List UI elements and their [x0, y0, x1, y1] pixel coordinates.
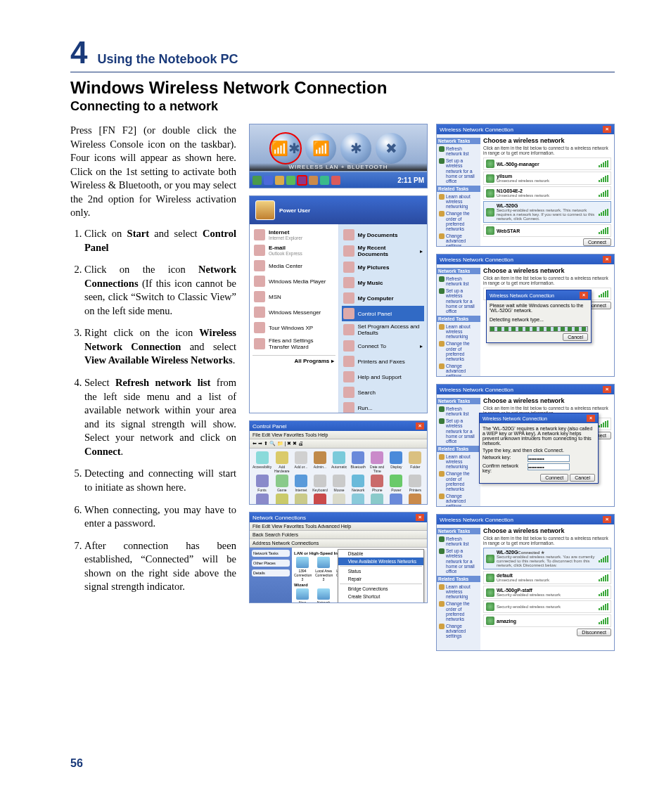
close-icon[interactable]: × — [580, 292, 588, 299]
task-link[interactable]: Refresh network list — [439, 536, 478, 546]
task-link[interactable]: Change advanced settings — [439, 494, 478, 507]
control-panel-item[interactable]: Sounds — [331, 494, 348, 505]
start-menu-item[interactable]: Help and Support — [342, 369, 425, 385]
all-programs[interactable]: All Programs ▸ — [253, 355, 336, 366]
start-menu-item[interactable]: Windows Messenger — [253, 304, 336, 320]
close-icon[interactable]: × — [603, 256, 611, 263]
control-panel-item[interactable]: Phone — [369, 475, 386, 492]
close-icon[interactable]: × — [587, 415, 595, 422]
control-panel-item[interactable]: Mouse — [331, 475, 348, 492]
network-item[interactable]: defaultUnsecured wireless network — [483, 571, 611, 584]
control-panel-item[interactable]: Date and Time — [369, 451, 386, 473]
start-menu-item[interactable]: Connect To▸ — [342, 338, 425, 354]
start-menu-item[interactable]: Tour Windows XP — [253, 320, 336, 335]
control-panel-item[interactable]: Security — [311, 494, 328, 505]
start-menu-item[interactable]: Printers and Faxes — [342, 354, 425, 369]
close-icon[interactable]: × — [603, 516, 611, 523]
disconnect-button[interactable]: Disconnect — [577, 629, 611, 636]
control-panel-item[interactable]: Folder — [407, 451, 424, 473]
connection-icon[interactable]: New Connect... — [294, 588, 311, 603]
task-link[interactable]: Set up a wireless network for a home or … — [439, 288, 478, 314]
close-icon[interactable]: × — [416, 423, 424, 430]
task-link[interactable]: Refresh network list — [439, 146, 478, 156]
start-menu-item[interactable]: My Pictures — [342, 259, 425, 275]
task-link[interactable]: Learn about wireless networking — [439, 324, 478, 339]
control-panel-item[interactable]: Bluetooth — [350, 451, 367, 473]
control-panel-item[interactable]: Speech — [350, 494, 367, 505]
start-menu-item[interactable]: InternetInternet Explorer — [253, 227, 336, 243]
context-menu-item[interactable]: Create Shortcut — [338, 593, 423, 600]
control-panel-item[interactable]: Taskbar — [388, 494, 405, 505]
close-icon[interactable]: × — [603, 386, 611, 393]
task-link[interactable]: Set up a wireless network for a home or … — [439, 418, 478, 444]
start-menu-item[interactable]: My Computer — [342, 290, 425, 306]
context-menu-item[interactable]: Status — [338, 567, 423, 575]
control-panel-item[interactable]: Add Hardware — [273, 451, 290, 473]
control-panel-item[interactable]: Display — [388, 451, 405, 473]
task-link[interactable]: Change advanced settings — [439, 624, 478, 638]
task-link[interactable]: Learn about wireless networking — [439, 584, 478, 599]
control-panel-item[interactable]: Internet — [292, 475, 309, 492]
network-item[interactable]: WL-500gP-staffSecurity-enabled wireless … — [483, 586, 611, 599]
network-key-input[interactable] — [528, 455, 570, 462]
network-item[interactable]: yilsumUnsecured wireless network — [483, 172, 611, 185]
cancel-button[interactable]: Cancel — [570, 474, 595, 482]
task-link[interactable]: Learn about wireless networking — [439, 454, 478, 469]
control-panel-item[interactable]: Add or... — [292, 451, 309, 473]
task-link[interactable]: Change the order of preferred networks — [439, 601, 478, 621]
network-item[interactable]: Security-enabled wireless network — [483, 600, 611, 613]
context-menu-item[interactable]: View Available Wireless Networks — [338, 558, 423, 565]
control-panel-item[interactable]: Scheduled — [292, 494, 309, 505]
connection-icon[interactable]: 1394 Connection 3 — [294, 557, 311, 581]
network-item[interactable]: WL-500g-manager — [483, 157, 611, 170]
control-panel-item[interactable]: Power — [388, 475, 405, 492]
control-panel-item[interactable]: Printers — [407, 475, 424, 492]
connect-button[interactable]: Connect — [540, 474, 568, 482]
close-icon[interactable]: × — [603, 126, 611, 133]
task-link[interactable]: Change the order of preferred networks — [439, 341, 478, 361]
confirm-key-input[interactable] — [528, 463, 570, 470]
control-panel-item[interactable]: Keyboard — [311, 475, 328, 492]
connect-button[interactable]: Connect — [583, 238, 611, 246]
start-menu-item[interactable]: Media Center — [253, 258, 336, 273]
task-link[interactable]: Refresh network list — [439, 406, 478, 416]
task-link[interactable]: Refresh network list — [439, 276, 478, 286]
start-menu-item[interactable]: Search — [342, 385, 425, 400]
start-menu-item[interactable]: Files and Settings Transfer Wizard — [253, 335, 336, 352]
network-item[interactable]: amazing — [483, 614, 611, 627]
task-link[interactable]: Set up a wireless network for a home or … — [439, 158, 478, 183]
control-panel-item[interactable]: System — [369, 494, 386, 505]
task-link[interactable]: Learn about wireless networking — [439, 194, 478, 209]
context-menu-item[interactable]: Repair — [338, 575, 423, 583]
control-panel-item[interactable]: Accessibility — [253, 451, 271, 473]
network-item[interactable]: WL-520GSecurity-enabled wireless network… — [483, 201, 611, 223]
network-item[interactable]: N1G034E-2Unsecured wireless network — [483, 186, 611, 200]
control-panel-item[interactable]: Regional — [253, 494, 271, 505]
control-panel-item[interactable]: Automatic — [331, 451, 348, 473]
start-menu-item[interactable]: My Documents — [342, 227, 425, 243]
start-menu-item[interactable]: My Recent Documents▸ — [342, 243, 425, 259]
control-panel-item[interactable]: Fonts — [253, 475, 271, 492]
connection-icon[interactable]: Network Setup Wizard — [315, 588, 332, 603]
task-link[interactable]: Change advanced settings — [439, 363, 478, 377]
start-menu-item[interactable]: MSN — [253, 289, 336, 304]
start-menu-item[interactable]: My Music — [342, 275, 425, 290]
start-menu-item[interactable]: Windows Media Player — [253, 273, 336, 289]
context-menu-item[interactable]: Bridge Connections — [338, 585, 423, 593]
control-panel-item[interactable]: Game — [273, 475, 290, 492]
start-menu-item[interactable]: Set Program Access and Defaults — [342, 321, 425, 338]
cancel-button[interactable]: Cancel — [563, 333, 588, 341]
task-link[interactable]: Change the order of preferred networks — [439, 211, 478, 231]
task-link[interactable]: Set up a wireless network for a home or … — [439, 548, 478, 574]
connection-icon[interactable]: Local Area Connection 3 — [315, 557, 332, 581]
start-menu-item[interactable]: Control Panel — [342, 306, 425, 321]
control-panel-item[interactable]: Admin... — [311, 451, 328, 473]
network-item[interactable]: WebSTAR — [483, 224, 611, 237]
control-panel-item[interactable]: Network — [350, 475, 367, 492]
close-icon[interactable]: × — [416, 514, 424, 521]
start-menu-item[interactable]: E-mailOutlook Express — [253, 243, 336, 258]
start-menu-item[interactable]: Run... — [342, 400, 425, 413]
control-panel-item[interactable]: User — [407, 494, 424, 505]
task-link[interactable]: Change the order of preferred networks — [439, 471, 478, 491]
task-link[interactable]: Change advanced settings — [439, 233, 478, 247]
